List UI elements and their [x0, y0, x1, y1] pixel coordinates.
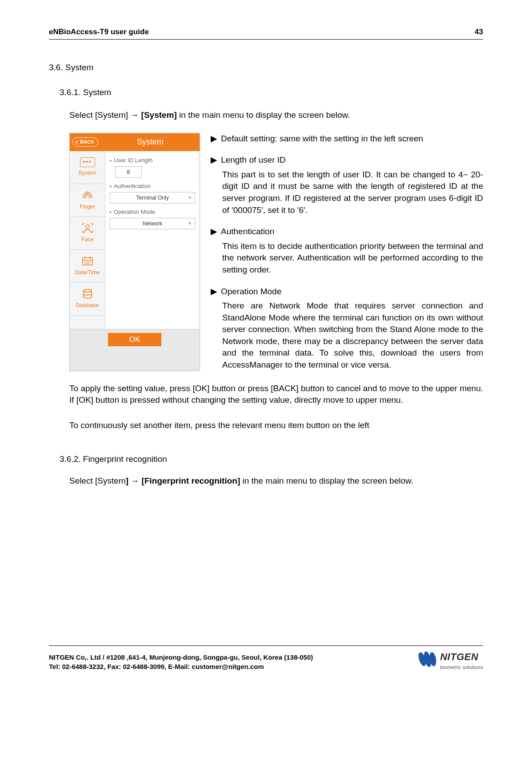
chevron-down-icon: ▼ [188, 195, 192, 201]
section-3-6-2-heading: 3.6.2. Fingerprint recognition [60, 453, 483, 465]
instr-bold: ] [126, 476, 131, 485]
device-content: User ID Length 6 Authentication Terminal… [105, 151, 200, 329]
instr-part: in the main menu to display the screen b… [177, 110, 350, 120]
triangle-bullet-icon: ▶ [211, 286, 217, 298]
bullet-length-user-id: ▶ Length of user ID [211, 154, 483, 166]
logo-mark-icon [418, 650, 437, 671]
nitgen-logo: NITGEN biometric solutions [418, 650, 483, 671]
user-id-length-input[interactable]: 6 [115, 166, 142, 178]
instr-bold: [Fingerprint recognition] [139, 476, 240, 485]
instr-part: Select [System [69, 476, 126, 485]
bullet-head: Operation Mode [221, 286, 483, 298]
operation-mode-select[interactable]: Network ▼ [110, 218, 195, 229]
back-button[interactable]: BACK [70, 133, 101, 151]
chevron-down-icon: ▼ [188, 220, 192, 227]
sidebar-item-label: Database [76, 302, 99, 309]
operation-mode-label: Operation Mode [110, 208, 195, 216]
section-3-6-1-heading: 3.6.1. System [60, 87, 483, 99]
system-icon: ••• [80, 157, 95, 167]
instr-bold: [System] [139, 110, 177, 120]
device-footer: OK [70, 329, 200, 350]
authentication-select[interactable]: Terminal Only ▼ [110, 192, 195, 204]
back-label: BACK [80, 139, 94, 145]
triangle-bullet-icon: ▶ [211, 133, 217, 145]
bullet-head: Authentication [221, 226, 483, 238]
bullet-head: Length of user ID [221, 154, 483, 166]
svg-point-3 [84, 289, 92, 292]
bullet-default-setting: ▶ Default setting: same with the setting… [211, 133, 483, 145]
continuous-set-paragraph: To continuously set another item, press … [69, 420, 483, 432]
page-footer: NITGEN Co,. Ltd / #1208 ,641-4, Munjeong… [49, 650, 483, 671]
footer-line: NITGEN Co,. Ltd / #1208 ,641-4, Munjeong… [49, 653, 313, 662]
bullet-body: This part is to set the length of user I… [222, 169, 483, 216]
authentication-label: Authentication [110, 182, 195, 190]
bullet-operation-mode: ▶ Operation Mode [211, 286, 483, 298]
arrow-icon: → [131, 476, 139, 485]
triangle-bullet-icon: ▶ [211, 226, 217, 238]
bullet-text: Default setting: same with the setting i… [221, 133, 483, 145]
device-titlebar: BACK System [70, 133, 200, 151]
triangle-bullet-icon: ▶ [211, 154, 217, 166]
instruction-3-6-2: Select [System] → [Fingerprint recogniti… [69, 475, 483, 487]
screenshot-and-description: BACK System ••• System Finger [69, 133, 483, 371]
select-value: Network [143, 220, 162, 228]
logo-name: NITGEN [440, 650, 483, 664]
calendar-icon: DAY [80, 255, 95, 267]
page-number: 43 [475, 27, 483, 37]
sidebar-item-label: System [78, 169, 96, 177]
description-column: ▶ Default setting: same with the setting… [211, 133, 483, 371]
svg-point-0 [86, 225, 89, 228]
database-icon [80, 288, 95, 300]
sidebar-item-database[interactable]: Database [70, 283, 105, 316]
face-icon [80, 222, 95, 234]
logo-tagline: biometric solutions [440, 664, 483, 671]
device-sidebar: ••• System Finger Face [70, 151, 105, 329]
arrow-icon: → [130, 110, 139, 120]
select-value: Terminal Only [136, 194, 168, 202]
bullet-body: There are Network Mode that requires ser… [222, 300, 483, 371]
section-3-6-heading: 3.6. System [49, 62, 483, 74]
bullet-authentication: ▶ Authentication [211, 226, 483, 238]
logo-text: NITGEN biometric solutions [440, 650, 483, 671]
footer-rule [49, 645, 483, 646]
bullet-body: This item is to decide authentication pr… [222, 240, 483, 276]
page-header: eNBioAccess-T9 user guide 43 [49, 27, 483, 40]
fingerprint-icon [80, 189, 95, 201]
instr-part: Select [System] [69, 110, 130, 120]
footer-text: NITGEN Co,. Ltd / #1208 ,641-4, Munjeong… [49, 653, 313, 671]
sidebar-item-face[interactable]: Face [70, 217, 105, 250]
sidebar-item-label: Date/Time [75, 269, 100, 276]
sidebar-item-finger[interactable]: Finger [70, 184, 105, 217]
instr-part: in the main menu to display the screen b… [240, 476, 413, 485]
device-screenshot: BACK System ••• System Finger [69, 133, 200, 371]
instruction-3-6-1: Select [System] → [System] in the main m… [69, 109, 483, 121]
doc-title: eNBioAccess-T9 user guide [49, 27, 149, 37]
ok-button[interactable]: OK [108, 333, 161, 346]
sidebar-item-system[interactable]: ••• System [70, 151, 105, 184]
sidebar-item-label: Face [81, 236, 93, 244]
screen-title: System [101, 133, 200, 151]
chevron-left-icon [75, 140, 79, 144]
footer-line: Tel: 02-6488-3232, Fax: 02-6488-3099, E-… [49, 662, 313, 671]
user-id-length-label: User ID Length [110, 156, 195, 164]
sidebar-item-label: Finger [80, 203, 95, 211]
apply-setting-paragraph: To apply the setting value, press [OK] b… [69, 383, 483, 406]
svg-text:DAY: DAY [84, 261, 91, 264]
sidebar-item-datetime[interactable]: DAY Date/Time [70, 250, 105, 283]
